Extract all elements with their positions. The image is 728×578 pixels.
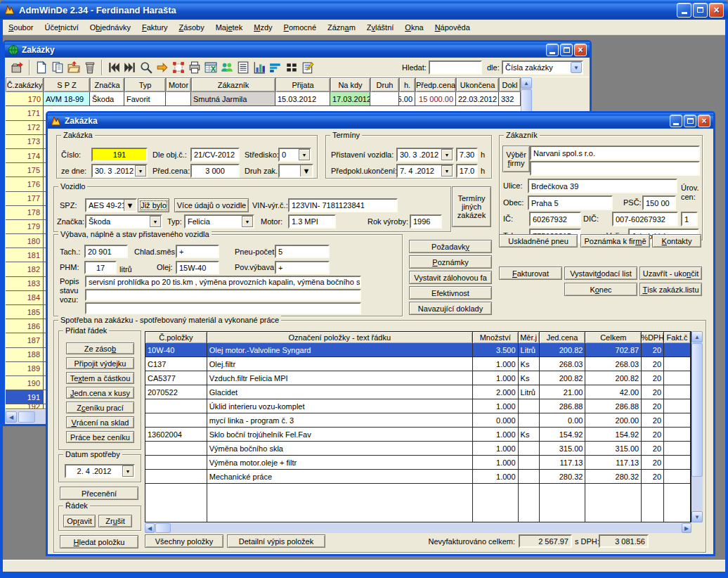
items-row-2[interactable]: C137Olej.filtr1.000Ks268.03268.0320 — [145, 357, 691, 371]
trash-icon[interactable] — [83, 60, 97, 75]
print-icon[interactable] — [188, 60, 202, 75]
scroll-right-icon[interactable]: ▶ — [682, 523, 691, 533]
items-column-mer-j[interactable]: Měr.j — [519, 332, 540, 343]
jedn-cena-x-kusy-button[interactable]: Jedn.cena x kusy — [66, 387, 134, 399]
chevron-down-icon[interactable]: ▼ — [135, 165, 146, 176]
cislo-field[interactable]: 191 — [91, 148, 148, 162]
ze-dne-combo[interactable]: 30. 3 .2012 ▼ — [91, 164, 148, 178]
items-column-oznaceni-polozky-text-radku[interactable]: Označení položky - text řádku — [207, 332, 473, 343]
menu-item-mzdy[interactable]: Mzdy — [248, 20, 278, 34]
pripojit-vydejku-button[interactable]: Připojit výdejku — [66, 357, 134, 369]
row-170-cell-predp-cena[interactable]: 15 000.00 — [415, 92, 456, 106]
contacts-icon[interactable] — [220, 60, 234, 75]
vraceni-na-sklad-button[interactable]: Vrácení na sklad — [66, 416, 134, 428]
pneu-pocet-field[interactable]: 5 — [275, 245, 330, 258]
vyber-firmy-button[interactable]: Výběr firmy — [502, 146, 530, 172]
items-vscrollbar[interactable]: ▲ ▼ — [691, 331, 703, 522]
items-hscrollbar[interactable]: ◀ ▶ — [145, 523, 691, 533]
last-icon[interactable] — [123, 60, 137, 75]
scroll-thumb[interactable] — [155, 523, 171, 533]
chevron-down-icon[interactable]: ▼ — [300, 165, 312, 176]
row-170-cell-zakaznik[interactable]: Smutná Jarmila — [191, 92, 275, 106]
zakazky-minimize-button[interactable] — [546, 44, 559, 56]
menu-item-ucetnictvi[interactable]: Účetnictví — [39, 20, 84, 34]
tach-field[interactable]: 20 901 — [84, 245, 128, 258]
menu-item-okna[interactable]: Okna — [399, 20, 429, 34]
opravit-button[interactable]: Opravit — [63, 515, 96, 527]
items-row-6[interactable]: mycí linka - program č. 30.0000.00200.00… — [145, 413, 691, 428]
psc-field[interactable]: 150 00 — [642, 195, 676, 210]
copy-icon[interactable] — [51, 60, 65, 75]
row-170-cell-druh[interactable] — [370, 92, 399, 106]
detailni-vypis-button[interactable]: Detailní výpis položek — [227, 534, 325, 548]
zrusit-button[interactable]: Zrušit — [98, 515, 132, 527]
vice-udaju-button[interactable]: Více údajů o vozidle — [174, 198, 249, 212]
poznamky-button[interactable]: Poznámky — [409, 255, 492, 269]
chart-icon[interactable] — [252, 60, 266, 75]
scroll-thumb[interactable] — [18, 411, 35, 423]
scroll-left-icon[interactable]: ◀ — [145, 523, 155, 533]
tiles-icon[interactable] — [285, 60, 299, 75]
items-row-8[interactable]: Výměna bočního skla1.000315.00315.0020 — [145, 442, 691, 456]
vsechny-polozky-button[interactable]: Všechny položky — [145, 534, 223, 548]
search-input[interactable] — [429, 60, 482, 75]
vystavit-zalohovou-fa-button[interactable]: Vystavit zálohovou fa — [409, 271, 492, 284]
row-170-cell-typ[interactable]: Favorit — [124, 92, 166, 106]
row-170-cell-s-p-z[interactable]: AVM 18-99 — [44, 92, 90, 106]
menu-item-majetek[interactable]: Majetek — [210, 20, 249, 34]
pristaveni-date-combo[interactable]: 30. 3 .2012 ▼ — [396, 148, 454, 162]
open-folder-icon[interactable] — [67, 60, 81, 75]
tisk-zakazk-listu-button[interactable]: Tisk zakázk.listu — [639, 283, 702, 296]
items-row-4[interactable]: 2070522Glacidet2.000Litrů21.0042.0020 — [145, 385, 691, 399]
dic-field[interactable]: 007-60267932 — [612, 212, 678, 226]
items-row-5[interactable]: Úklid interieru vozu-komplet1.000286.882… — [145, 399, 691, 413]
items-row-9[interactable]: Výměna motor.oleje + filtr1.000117.13117… — [145, 456, 691, 470]
excel-icon[interactable]: X — [204, 60, 218, 75]
dle-obj-field[interactable]: 21/CV-2012 — [190, 148, 240, 162]
column-header-znacka[interactable]: Značka — [90, 77, 124, 92]
rok-vyroby-field[interactable]: 1996 — [410, 214, 442, 229]
chevron-down-icon[interactable]: ▼ — [441, 165, 453, 176]
row-170-cell-ukoncena[interactable]: 22.03.2012 — [456, 92, 499, 106]
items-row-7[interactable]: 13602004Sklo boční trojúhelník Fel.Fav1.… — [145, 428, 691, 442]
olej-field[interactable]: 15W-40 — [176, 261, 219, 274]
pov-vybava-field[interactable]: + — [275, 261, 330, 274]
scroll-thumb[interactable] — [691, 343, 703, 477]
column-header-ukoncena[interactable]: Ukončena — [456, 77, 499, 92]
motor-field[interactable]: 1.3 MPI — [288, 214, 336, 229]
pristaveni-time-field[interactable]: 7.30 — [456, 148, 478, 162]
chevron-down-icon[interactable]: ▼ — [122, 465, 134, 477]
maximize-button[interactable] — [693, 3, 708, 18]
row-170-cell-motor[interactable] — [166, 92, 191, 106]
spz-combo[interactable]: AES 49-21 ▼ — [85, 198, 137, 212]
items-column-mnozstvi[interactable]: Množství — [473, 332, 519, 343]
scroll-up-icon[interactable]: ▲ — [521, 77, 532, 89]
z-ceniku-praci-button[interactable]: Z ceníku prací — [66, 402, 134, 413]
column-header-prijata[interactable]: Přijata — [275, 77, 330, 92]
zakazky-close-button[interactable]: × — [574, 44, 587, 56]
exit-folder-icon[interactable] — [11, 60, 25, 75]
menu-item-zasoby[interactable]: Zásoby — [174, 20, 210, 34]
first-icon[interactable] — [107, 60, 121, 75]
ulice-field[interactable]: Brdečkova 39 — [528, 179, 677, 193]
chevron-down-icon[interactable]: ▼ — [441, 149, 453, 160]
menu-item-soubor[interactable]: Soubor — [3, 20, 39, 34]
minimize-button[interactable] — [677, 3, 691, 18]
zakazka-minimize-button[interactable] — [670, 115, 682, 127]
navazujici-doklady-button[interactable]: Navazující doklady — [409, 302, 492, 315]
row-170-cell-prijata[interactable]: 15.03.2012 — [275, 92, 330, 106]
chevron-down-icon[interactable]: ▼ — [242, 216, 253, 227]
items-column-jed-cena[interactable]: Jed.cena — [540, 332, 586, 343]
row-170-cell-na-kdy[interactable]: 17.03.2012 — [330, 92, 370, 106]
column-header-predp-cena[interactable]: Předp.cena — [415, 77, 456, 92]
items-row-10[interactable]: Mechanické práce1.000280.32280.3220 — [145, 470, 691, 484]
konec-button[interactable]: Konec — [564, 283, 637, 296]
items-row-1[interactable]: 10W-40Olej motor.-Valvoline Syngard3.500… — [145, 343, 691, 357]
menu-item-zvlastni[interactable]: Zvláštní — [361, 20, 400, 34]
typ-combo[interactable]: Felicia ▼ — [184, 214, 254, 229]
scroll-left-icon[interactable]: ◀ — [6, 411, 17, 423]
predpokl-date-combo[interactable]: 7. 4 .2012 ▼ — [396, 164, 454, 178]
scroll-up-icon[interactable]: ▲ — [691, 331, 703, 342]
menu-item-pomocne[interactable]: Pomocné — [278, 20, 322, 34]
preceneni-button[interactable]: Přecenění — [60, 487, 138, 500]
